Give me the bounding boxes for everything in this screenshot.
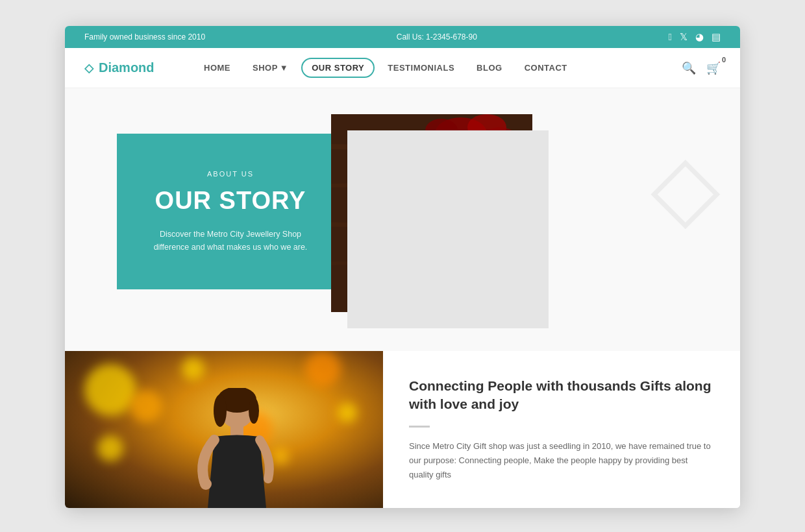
top-bar-center: Call Us: 1-2345-678-90 [205,32,668,42]
hero-section: ABOUT US OUR STORY Discover the Metro Ci… [65,88,740,351]
top-bar-left: Family owned business since 2010 [84,32,205,42]
nav-testimonials[interactable]: TESTIMONIALS [378,59,464,77]
social-icons:  𝕏 ◕ ▤ [669,31,721,43]
site-name: Diamond [99,60,155,75]
search-icon[interactable]: 🔍 [682,61,696,75]
browser-window: Family owned business since 2010 Call Us… [65,26,740,508]
nav-contact[interactable]: CONTACT [515,59,576,77]
bottom-heading: Connecting People with thousands Gifts a… [409,377,714,414]
hero-inner: ABOUT US OUR STORY Discover the Metro Ci… [65,114,740,312]
cart-icon[interactable]: 🛒 0 [706,61,721,75]
twitter-icon[interactable]: 𝕏 [680,31,687,43]
cart-badge: 0 [722,56,726,64]
nav-shop[interactable]: SHOP ▼ [243,59,297,77]
top-bar: Family owned business since 2010 Call Us… [65,26,740,48]
nav-links: HOME SHOP ▼ OUR STORY TESTIMONIALS BLOG … [195,58,682,78]
nav-home[interactable]: HOME [195,59,240,77]
nav-icons: 🔍 🛒 0 [682,61,721,75]
nav-blog[interactable]: BLOG [467,59,512,77]
story-box: ABOUT US OUR STORY Discover the Metro Ci… [117,134,344,289]
gift-shadow-card [347,130,549,328]
svg-point-23 [214,394,227,427]
gift-image-wrapper [331,114,532,312]
nav-bar: ◇ Diamond HOME SHOP ▼ OUR STORY TESTIMON… [65,48,740,88]
site-logo[interactable]: ◇ Diamond [84,60,169,75]
bottom-text: Connecting People with thousands Gifts a… [383,351,740,508]
facebook-icon[interactable]:  [669,31,672,43]
bottom-body: Since Metro City Gift shop was just a se… [409,439,714,482]
bottom-image [65,351,383,508]
about-label: ABOUT US [149,170,312,178]
hero-description: Discover the Metro City Jewellery Shop d… [149,228,312,254]
bottom-divider [409,426,430,428]
bottom-section: Connecting People with thousands Gifts a… [65,351,740,508]
nav-our-story[interactable]: OUR STORY [301,58,375,78]
instagram-icon[interactable]: ▤ [712,31,721,43]
diamond-icon: ◇ [84,61,93,75]
hero-title: OUR STORY [149,187,312,215]
svg-point-26 [200,478,212,490]
svg-point-24 [249,398,259,424]
woman-svg [172,388,302,508]
watermark-diamond: ◇ [650,134,721,239]
chevron-down-icon: ▼ [280,63,288,73]
pinterest-icon[interactable]: ◕ [695,31,704,43]
